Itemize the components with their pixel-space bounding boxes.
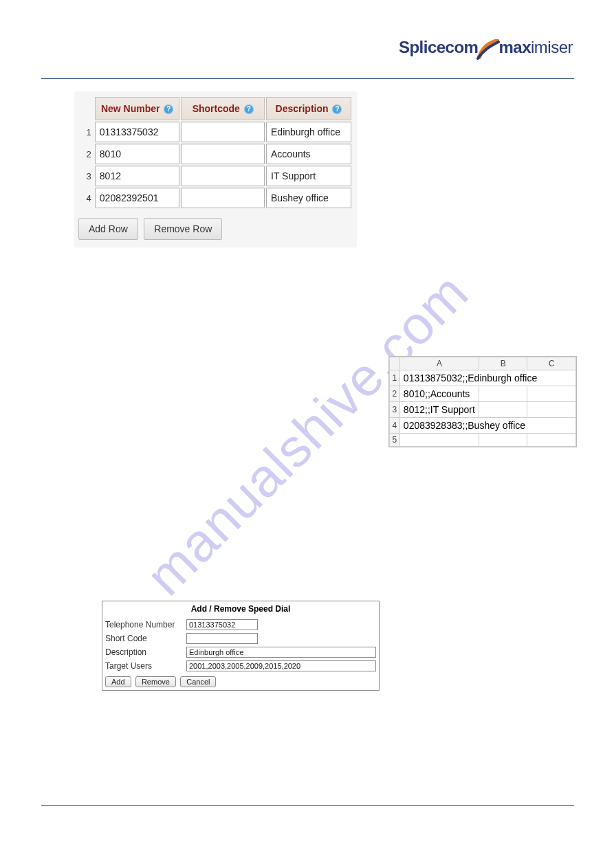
brand-part-com: com: [446, 38, 479, 56]
table-row: 4: [80, 188, 351, 208]
brand-part-splice: Splice: [399, 38, 446, 56]
row-index: 1: [80, 122, 94, 142]
label-description: Description: [102, 645, 184, 659]
footer-divider: [41, 805, 574, 806]
label-shortcode: Short Code: [102, 632, 184, 645]
brand-logo: Splicecommaximiser: [399, 38, 573, 58]
sheet-col-a-header[interactable]: A: [399, 357, 479, 370]
sheet-col-b-header[interactable]: B: [479, 357, 527, 370]
short-code-input[interactable]: [186, 633, 258, 644]
spreadsheet-preview: A B C 1 01313875032;;Edinburgh office 2 …: [388, 356, 577, 447]
sheet-cell[interactable]: [479, 386, 527, 402]
description-input[interactable]: [266, 188, 351, 208]
form-title: Add / Remove Speed Dial: [102, 601, 379, 618]
speed-dial-table: New Number ? Shortcode ? Description ? 1: [78, 96, 353, 210]
help-icon[interactable]: ?: [164, 104, 173, 114]
shortcode-input[interactable]: [181, 122, 265, 142]
sheet-row: 5: [390, 434, 576, 447]
sheet-cell[interactable]: 02083928383;;Bushey office: [399, 418, 575, 434]
shortcode-input[interactable]: [181, 166, 265, 186]
sheet-row: 1 01313875032;;Edinburgh office: [390, 370, 576, 386]
sheet-cell[interactable]: 8012;;IT Support: [399, 402, 479, 418]
add-row-button[interactable]: Add Row: [78, 218, 138, 240]
target-users-input[interactable]: [186, 660, 376, 671]
description-input[interactable]: [266, 122, 351, 142]
cancel-button[interactable]: Cancel: [180, 676, 216, 687]
header-divider: [41, 78, 574, 79]
shortcode-input[interactable]: [181, 188, 265, 208]
sheet-row: 2 8010;;Accounts: [390, 386, 576, 402]
add-button[interactable]: Add: [105, 676, 131, 687]
label-target-users: Target Users: [102, 659, 184, 673]
sheet-row: 4 02083928383;;Bushey office: [390, 418, 576, 434]
shortcode-input[interactable]: [181, 144, 265, 164]
telephone-number-input[interactable]: [186, 619, 258, 630]
sheet-corner: [390, 357, 400, 370]
sheet-cell[interactable]: [479, 434, 527, 447]
swoosh-icon: [476, 39, 500, 58]
sheet-row-header[interactable]: 1: [390, 370, 400, 386]
label-telephone: Telephone Number: [102, 618, 184, 632]
column-header-shortcode: Shortcode ?: [181, 97, 265, 120]
sheet-cell[interactable]: [399, 434, 479, 447]
new-number-input[interactable]: [95, 144, 180, 164]
add-remove-speed-dial-form: Add / Remove Speed Dial Telephone Number…: [102, 601, 380, 691]
sheet-row-header[interactable]: 5: [390, 434, 400, 447]
rownum-header: [80, 97, 94, 120]
sheet-row-header[interactable]: 2: [390, 386, 400, 402]
help-icon[interactable]: ?: [332, 104, 342, 114]
row-index: 4: [80, 188, 94, 208]
speed-dial-entry-panel: New Number ? Shortcode ? Description ? 1: [74, 91, 357, 247]
brand-part-imiser: imiser: [531, 38, 573, 56]
header-description-label: Description: [276, 103, 329, 114]
sheet-cell[interactable]: [527, 386, 576, 402]
sheet-cell[interactable]: [479, 402, 527, 418]
brand-part-max: max: [498, 38, 531, 56]
description-input[interactable]: [266, 144, 351, 164]
new-number-input[interactable]: [95, 166, 180, 186]
sheet-cell[interactable]: [527, 402, 576, 418]
table-row: 2: [80, 144, 351, 164]
sheet-col-c-header[interactable]: C: [527, 357, 576, 370]
table-row: 1: [80, 122, 351, 142]
description-input[interactable]: [266, 166, 351, 186]
sheet-cell[interactable]: [527, 434, 576, 447]
new-number-input[interactable]: [95, 188, 180, 208]
row-index: 3: [80, 166, 94, 186]
sheet-cell[interactable]: 8010;;Accounts: [399, 386, 479, 402]
description-input[interactable]: [186, 647, 376, 658]
new-number-input[interactable]: [95, 122, 180, 142]
header-shortcode-label: Shortcode: [193, 103, 240, 114]
row-index: 2: [80, 144, 94, 164]
sheet-cell[interactable]: 01313875032;;Edinburgh office: [399, 370, 575, 386]
column-header-description: Description ?: [266, 97, 351, 120]
table-row: 3: [80, 166, 351, 186]
sheet-row-header[interactable]: 3: [390, 402, 400, 418]
help-icon[interactable]: ?: [244, 104, 254, 114]
sheet-row: 3 8012;;IT Support: [390, 402, 576, 418]
remove-button[interactable]: Remove: [135, 676, 176, 687]
remove-row-button[interactable]: Remove Row: [144, 218, 222, 240]
header-new-number-label: New Number: [101, 103, 160, 114]
sheet-row-header[interactable]: 4: [390, 418, 400, 434]
column-header-new-number: New Number ?: [95, 97, 180, 120]
